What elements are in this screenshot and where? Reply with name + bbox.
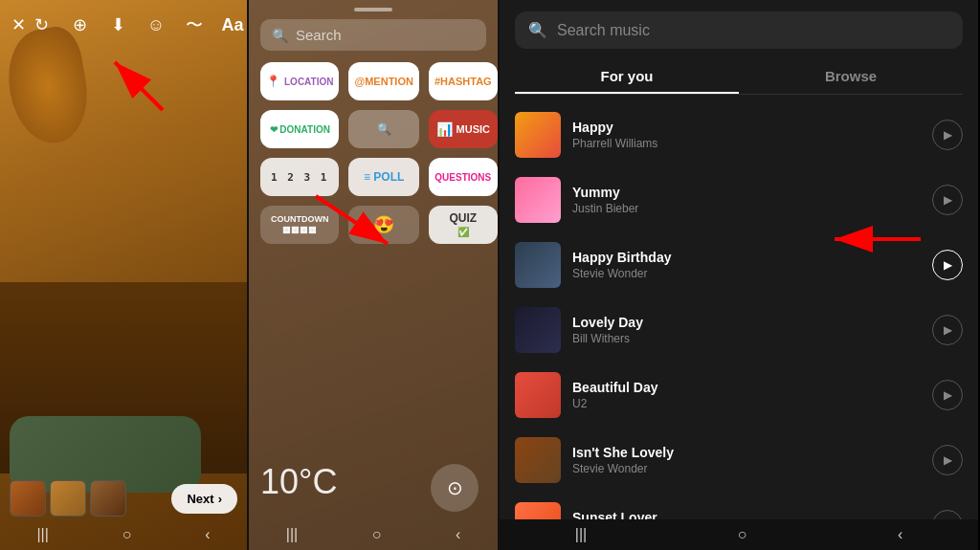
location-pin-icon: 📍 — [266, 75, 280, 88]
temperature-label: 10°C — [260, 462, 337, 502]
sticker-emoji-slider[interactable]: 😍 — [348, 206, 418, 244]
music-tabs: For you Browse — [515, 60, 963, 95]
camera-icon[interactable]: ⊙ — [431, 464, 479, 512]
music-bars-icon: 📊 — [436, 121, 453, 137]
sticker-location[interactable]: 📍 LOCATION — [260, 62, 339, 100]
sticker-hashtag[interactable]: #HASHTAG — [429, 62, 498, 100]
story-toolbar: ✕ ↻ ⊕ ⬇ ☺ 〜 Aa — [0, 0, 247, 50]
nav-menu-icon[interactable]: ||| — [36, 526, 48, 543]
download-icon[interactable]: ⬇ — [102, 10, 133, 40]
sticker-mention[interactable]: @MENTION — [348, 62, 418, 100]
song-info-sunset: Sunset Lover Petit Biscuit — [572, 510, 932, 519]
sticker-quiz-label: QUIZ✅ — [449, 211, 477, 238]
nav-back-icon-p3[interactable]: ‹ — [898, 526, 902, 543]
song-title-yummy: Yummy — [572, 185, 932, 200]
drag-handle[interactable] — [354, 8, 392, 11]
play-button-beautiful[interactable]: ▶ — [932, 380, 963, 410]
song-title-beautiful: Beautiful Day — [572, 380, 932, 395]
song-item-sunset[interactable]: Sunset Lover Petit Biscuit ▶ — [500, 493, 978, 519]
sticker-countdown-timer[interactable]: COUNTDOWN▦▦▦▦ — [260, 206, 339, 244]
text-icon[interactable]: Aa — [217, 10, 248, 40]
count-label: 1 2 3 1 — [271, 171, 328, 184]
nav-menu-icon-p2[interactable]: ||| — [286, 526, 298, 543]
sticker-poll[interactable]: ≡ POLL — [348, 158, 418, 196]
song-artist-beautiful: U2 — [572, 397, 932, 410]
music-search-placeholder: Search music — [557, 22, 650, 39]
song-item-happy[interactable]: Happy Pharrell Williams ▶ — [500, 102, 978, 167]
refresh-icon[interactable]: ↻ — [26, 10, 56, 40]
song-title-lovely: Lovely Day — [572, 315, 932, 330]
toolbar-icons: ↻ ⊕ ⬇ ☺ 〜 Aa — [26, 10, 248, 40]
media-thumbnails — [10, 480, 126, 517]
sticker-quiz[interactable]: QUIZ✅ — [429, 206, 498, 244]
search-placeholder: Search — [296, 27, 342, 43]
song-title-birthday: Happy Birthday — [572, 250, 932, 265]
song-item-isnt-lovely[interactable]: Isn't She Lovely Stevie Wonder ▶ — [500, 428, 978, 493]
song-artist-birthday: Stevie Wonder — [572, 267, 932, 280]
thumbnail-1[interactable] — [10, 480, 46, 517]
close-icon[interactable]: ✕ — [11, 10, 26, 40]
sticker-icon[interactable]: ☺ — [141, 10, 171, 40]
song-art-yummy — [515, 177, 561, 223]
song-item-birthday[interactable]: Happy Birthday Stevie Wonder ▶ — [500, 232, 978, 297]
play-button-yummy[interactable]: ▶ — [932, 185, 963, 215]
sticker-search-button[interactable]: 🔍 — [348, 110, 418, 148]
song-list: Happy Pharrell Williams ▶ Yummy Justin B… — [500, 102, 978, 519]
song-art-lovely — [515, 307, 561, 353]
nav-home-icon-p2[interactable]: ○ — [372, 526, 382, 543]
tab-browse[interactable]: Browse — [739, 60, 963, 94]
nav-back-icon-p2[interactable]: ‹ — [456, 526, 460, 543]
play-button-lovely[interactable]: ▶ — [932, 315, 963, 345]
song-item-yummy[interactable]: Yummy Justin Bieber ▶ — [500, 167, 978, 232]
next-label: Next — [187, 492, 213, 506]
music-search-bar[interactable]: 🔍 Search music — [515, 11, 963, 49]
next-chevron-icon: › — [218, 492, 222, 506]
sticker-questions[interactable]: QUESTIONS — [429, 158, 498, 196]
play-button-happy[interactable]: ▶ — [932, 120, 963, 150]
link-icon[interactable]: ⊕ — [64, 10, 95, 40]
panel1-nav-bar: ||| ○ ‹ — [0, 519, 247, 550]
song-info-lovely: Lovely Day Bill Withers — [572, 315, 932, 345]
thumbnail-3[interactable] — [90, 480, 126, 517]
song-item-lovely[interactable]: Lovely Day Bill Withers ▶ — [500, 297, 978, 363]
song-artist-isnt-lovely: Stevie Wonder — [572, 462, 932, 475]
search-icon: 🔍 — [272, 28, 288, 43]
song-title-happy: Happy — [572, 120, 932, 135]
song-info-yummy: Yummy Justin Bieber — [572, 185, 932, 215]
squiggle-icon[interactable]: 〜 — [179, 10, 210, 40]
song-artist-happy: Pharrell Williams — [572, 137, 932, 150]
next-button[interactable]: Next › — [171, 484, 237, 514]
play-button-sunset[interactable]: ▶ — [932, 510, 963, 519]
song-art-isnt-lovely — [515, 437, 561, 483]
panel-sticker-picker: 🔍 Search 📍 LOCATION @MENTION #HASHTAG ❤ … — [249, 0, 500, 550]
thumbnail-2[interactable] — [50, 480, 86, 517]
sticker-poll-label: ≡ POLL — [364, 170, 404, 184]
sticker-music[interactable]: 📊 MUSIC — [429, 110, 498, 148]
sticker-donation[interactable]: ❤ DONATION — [260, 110, 339, 148]
tab-for-you[interactable]: For you — [515, 60, 739, 94]
panel2-nav-bar: ||| ○ ‹ — [249, 519, 498, 550]
sticker-countdown-numbers[interactable]: 1 2 3 1 — [260, 158, 339, 196]
sticker-search-bar[interactable]: 🔍 Search — [260, 19, 486, 51]
sticker-questions-label: QUESTIONS — [434, 172, 491, 183]
story-bottom-bar: Next › — [0, 480, 247, 517]
nav-home-icon[interactable]: ○ — [122, 526, 132, 543]
song-info-birthday: Happy Birthday Stevie Wonder — [572, 250, 932, 280]
song-artist-yummy: Justin Bieber — [572, 202, 932, 215]
sticker-mention-label: @MENTION — [354, 76, 412, 87]
nav-menu-icon-p3[interactable]: ||| — [575, 526, 587, 543]
sticker-grid: 📍 LOCATION @MENTION #HASHTAG ❤ DONATION … — [260, 62, 486, 244]
song-info-beautiful: Beautiful Day U2 — [572, 380, 932, 410]
sticker-music-label: MUSIC — [457, 123, 490, 135]
nav-back-icon[interactable]: ‹ — [205, 526, 210, 543]
play-button-birthday[interactable]: ▶ — [932, 250, 963, 280]
panel-story-editor: ✕ ↻ ⊕ ⬇ ☺ 〜 Aa Next › — [0, 0, 249, 550]
nav-home-icon-p3[interactable]: ○ — [738, 526, 747, 543]
play-button-isnt-lovely[interactable]: ▶ — [932, 445, 963, 475]
song-item-beautiful[interactable]: Beautiful Day U2 ▶ — [500, 363, 978, 428]
music-search-icon: 🔍 — [528, 21, 547, 39]
song-art-birthday — [515, 242, 561, 288]
countdown-label: COUNTDOWN▦▦▦▦ — [271, 214, 329, 235]
song-art-happy — [515, 112, 561, 158]
song-artist-lovely: Bill Withers — [572, 332, 932, 345]
